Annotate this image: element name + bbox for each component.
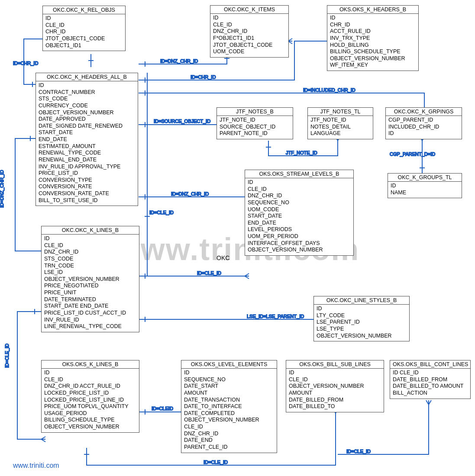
field: DATE_BILLED_FROM [393, 376, 468, 383]
field: DNZ_CHR_ID [184, 431, 274, 437]
field: DNZ_CHR_ID [248, 193, 351, 199]
field: F*OBJECT1_ID1 [213, 35, 286, 42]
field: CURRENCY_CODE [39, 103, 135, 109]
field: RENEWAL_TYPE_CODE [39, 150, 135, 157]
entity-title: OKS.OKS_K_LINES_B [42, 360, 139, 369]
field: LOCKED_PRICE_LIST_LINE_ID [44, 397, 136, 404]
field: OBJECT_VERSION_NUMBER [39, 109, 135, 116]
entity-body: IDCLE_IDDNZ_CHR_ID ACCT_RULE_IDLOCKED_PR… [42, 369, 139, 432]
entity-bill-sub: OKS.OKS_BILL_SUB_LINES IDCLE_IDOBJECT_VE… [286, 360, 384, 412]
field: CLE_ID [248, 186, 351, 193]
entity-body: JTF_NOTE_IDSOURCE_OBJECT_IDPARENT_NOTE_I… [217, 116, 293, 139]
field: ID CLE_ID [393, 370, 468, 376]
entity-body: IDCHR_IDACCT_RULE_IDINV_TRX_TYPEHOLD_BIL… [327, 14, 418, 71]
field: ID [317, 306, 407, 312]
field: LTY_CODE [317, 312, 407, 319]
field: ID [248, 179, 351, 186]
svg-text:ID=CLE_ID: ID=CLE_ID [4, 344, 10, 368]
field: LSE_ID [44, 269, 136, 276]
field: PRICE_UNIT [44, 289, 136, 296]
svg-text:ID=DNZ_CHR_ID: ID=DNZ_CHR_ID [160, 58, 198, 64]
field: PRICE_UOM TOPLVL_QUANTITY [44, 403, 136, 410]
field: OBJECT_VERSION_NUMBER [184, 417, 274, 424]
field: ESTIMATED_AMOUNT [39, 143, 135, 150]
field: CGP_PARENT_ID [388, 117, 459, 124]
field: ID [45, 15, 123, 22]
field: CONVERSION_TYPE [39, 177, 135, 184]
field: STS_CODE [39, 96, 135, 103]
field: CLE_ID [45, 22, 123, 29]
field: JTOT_OBJECT1_CODE [45, 35, 123, 42]
field: PRICE_NEGOTIATED [44, 283, 136, 289]
field: ID [391, 183, 459, 190]
field: JTF_NOTE_ID [310, 117, 370, 124]
entity-oks-lines: OKS.OKS_K_LINES_B IDCLE_IDDNZ_CHR_ID ACC… [41, 360, 139, 433]
field: INV_RULE_ID [44, 317, 136, 324]
entity-title: OKC.OKC_K_HEADERS_ALL_B [36, 73, 138, 81]
field: LEVEL_PERIODS [248, 226, 351, 233]
field: INTERFACE_OFFSET_DAYS [248, 240, 351, 247]
entity-line-styles: OKC.OKC_LINE_STYLES_B IDLTY_CODELSE_PARE… [313, 296, 410, 341]
svg-text:LSE_ID=LSE_PARENT_ID: LSE_ID=LSE_PARENT_ID [247, 314, 304, 319]
entity-body: IDCLE_IDDNZ_CHR_IDF*OBJECT1_ID1JTOT_OBJE… [210, 14, 288, 57]
field: AMOUNT [184, 390, 274, 397]
field: DNZ_CHR_ID ACCT_RULE_ID [44, 383, 136, 390]
field: OBJECT_VERSION_NUMBER [289, 383, 381, 390]
svg-text:ID=CLE_ID: ID=CLE_ID [149, 210, 174, 215]
field: PRICE_LIST_ID [39, 170, 135, 177]
field: CLE_ID [44, 242, 136, 249]
field: CLE_ID [213, 22, 286, 29]
field: JTOT_OBJECT1_CODE [213, 42, 286, 49]
field: ACCT_RULE_ID [330, 28, 416, 35]
entity-title: OKC.OKC_LINE_STYLES_B [314, 296, 409, 305]
field: SEQUENCE_NO [184, 376, 274, 383]
entity-title: JTF_NOTES_B [217, 108, 293, 116]
svg-text:ID=DNZ_CHR_ID: ID=DNZ_CHR_ID [171, 191, 209, 196]
entity-grpings: OKC.OKC_K_GRPINGS CGP_PARENT_IDINCLUDED_… [385, 107, 462, 139]
svg-text:JTF_NOTE_ID: JTF_NOTE_ID [286, 150, 317, 155]
field: START_DATE END_DATE [44, 303, 136, 310]
field: WF_ITEM_KEY [330, 62, 416, 69]
svg-text:ID=CLE_ID: ID=CLE_ID [204, 460, 228, 465]
field: DATE_TO_INTERFACE [184, 403, 274, 410]
entity-lines: OKC.OKC_K_LINES_B IDCLE_IDDNZ_CHR_IDSTS_… [41, 226, 139, 332]
entity-body: IDCLE_IDCHR_IDJTOT_OBJECT1_CODEOBJECT1_I… [43, 14, 125, 51]
svg-text:ID=CHR_ID: ID=CHR_ID [13, 61, 38, 66]
field: USAGE_PERIOD [44, 410, 136, 417]
entity-body: IDNAME [388, 182, 462, 198]
field: JTF_NOTE_ID [220, 117, 290, 124]
entity-oks-headers: OKS.OKS_K_HEADERS_B IDCHR_IDACCT_RULE_ID… [327, 5, 419, 71]
field: TRN_CODE [44, 263, 136, 270]
field: PRICE_LIST_ID CUST_ACCT_ID [44, 310, 136, 317]
svg-text:ID=CLE_ID: ID=CLE_ID [197, 270, 221, 276]
entity-title: OKC_K_GROUPS_TL [388, 174, 462, 182]
field: BILLING_SCHEDULE_TYPE [44, 417, 136, 424]
field: CHR_ID [45, 29, 123, 35]
field: LSE_PARENT_ID [317, 319, 407, 326]
field: BILL_TO_SITE_USE_ID [39, 197, 135, 204]
field: START_DATE [39, 129, 135, 136]
entity-bill-cont: OKS.OKS_BILL_CONT_LINES ID CLE_IDDATE_BI… [390, 360, 471, 399]
entity-title: OKC.OKC_K_LINES_B [42, 226, 139, 235]
entity-body: CGP_PARENT_IDINCLUDED_CHR_IDID [386, 116, 462, 139]
entity-rel-objs: OKC.OKC_K_REL_OBJS IDCLE_IDCHR_IDJTOT_OB… [42, 6, 126, 51]
entity-notes-b: JTF_NOTES_B JTF_NOTE_IDSOURCE_OBJECT_IDP… [216, 107, 293, 139]
field: CLE_ID [44, 376, 136, 383]
field: DATE_BILLED_TO [289, 403, 381, 410]
field: BILLING_SCHEDULE_TYPE [330, 48, 416, 55]
field: OBJECT_VERSION_NUMBER [330, 55, 416, 62]
field: OBJECT1_ID1 [45, 42, 123, 49]
field: START_DATE [248, 213, 351, 220]
entity-groups-tl: OKC_K_GROUPS_TL IDNAME [388, 173, 462, 198]
field: LOCKED_PRICE_LIST_ID [44, 390, 136, 397]
svg-text:ID=DNZ_CHR_ID: ID=DNZ_CHR_ID [0, 170, 4, 208]
field: DNZ_CHR_ID [213, 28, 286, 35]
entity-body: IDSEQUENCE_NODATE_STARTAMOUNTDATE_TRANSA… [181, 369, 277, 453]
field: DATE_BILLED_TO AMOUNT [393, 383, 468, 390]
field: ID [213, 15, 286, 22]
field: DATE_TERMINATED [44, 296, 136, 303]
field: ID [184, 370, 274, 376]
field: DATE_END [184, 437, 274, 444]
okc-label: OKC [216, 254, 229, 261]
field: PARENT_NOTE_ID [220, 130, 290, 137]
